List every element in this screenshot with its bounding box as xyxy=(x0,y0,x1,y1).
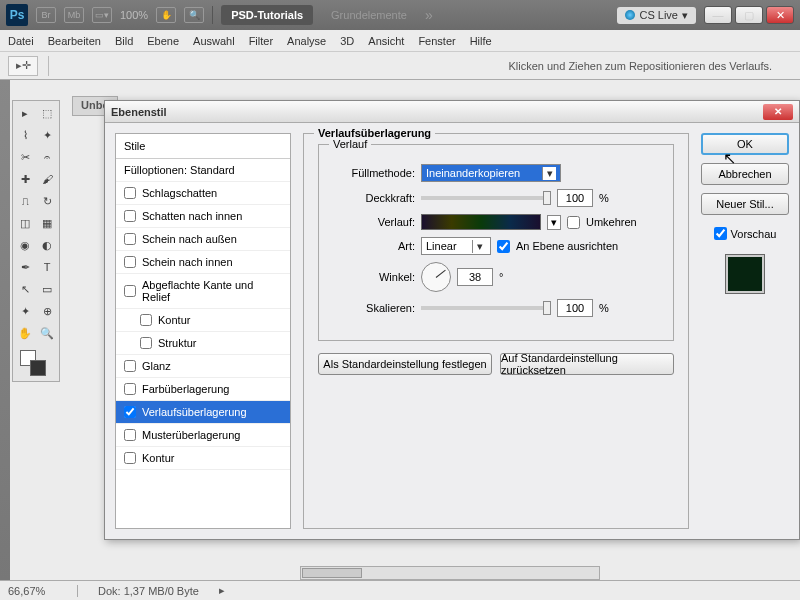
effect-checkbox[interactable] xyxy=(140,314,152,326)
cancel-button[interactable]: Abbrechen xyxy=(701,163,789,185)
wand-tool[interactable]: ✦ xyxy=(37,125,57,145)
horizontal-scrollbar[interactable] xyxy=(300,566,600,580)
zoom-icon[interactable]: 🔍 xyxy=(184,7,204,23)
healing-tool[interactable]: ✚ xyxy=(15,169,35,189)
effect-checkbox[interactable] xyxy=(124,187,136,199)
hand-tool[interactable]: ✋ xyxy=(15,323,35,343)
effect-checkbox[interactable] xyxy=(124,383,136,395)
workspace-active[interactable]: PSD-Tutorials xyxy=(221,5,313,25)
effect-checkbox[interactable] xyxy=(124,285,136,297)
fill-options[interactable]: Fülloptionen: Standard xyxy=(116,159,290,182)
gradient-tool[interactable]: ▦ xyxy=(37,213,57,233)
effect-schlagschatten[interactable]: Schlagschatten xyxy=(116,182,290,205)
move-tool-icon[interactable]: ▸✛ xyxy=(8,56,38,76)
style-dropdown[interactable]: Linear▾ xyxy=(421,237,491,255)
align-checkbox[interactable] xyxy=(497,240,510,253)
zoom-tool[interactable]: 🔍 xyxy=(37,323,57,343)
opacity-slider[interactable] xyxy=(421,196,551,200)
effect-checkbox[interactable] xyxy=(124,429,136,441)
style-list-header[interactable]: Stile xyxy=(116,134,290,159)
effect-kontur[interactable]: Kontur xyxy=(116,309,290,332)
effect-checkbox[interactable] xyxy=(124,256,136,268)
marquee-tool[interactable]: ⬚ xyxy=(37,103,57,123)
gradient-dropdown-icon[interactable]: ▾ xyxy=(547,215,561,230)
effect-checkbox[interactable] xyxy=(124,360,136,372)
dodge-tool[interactable]: ◐ xyxy=(37,235,57,255)
menu-auswahl[interactable]: Auswahl xyxy=(193,35,235,47)
pen-tool[interactable]: ✒ xyxy=(15,257,35,277)
color-swatches[interactable] xyxy=(15,345,35,379)
screen-mode-icon[interactable]: ▭▾ xyxy=(92,7,112,23)
close-button[interactable]: ✕ xyxy=(766,6,794,24)
menu-ebene[interactable]: Ebene xyxy=(147,35,179,47)
effect-checkbox[interactable] xyxy=(124,210,136,222)
effect-verlaufs-berlagerung[interactable]: Verlaufsüberlagerung xyxy=(116,401,290,424)
effect-muster-berlagerung[interactable]: Musterüberlagerung xyxy=(116,424,290,447)
effect-checkbox[interactable] xyxy=(124,452,136,464)
blend-mode-dropdown[interactable]: Ineinanderkopieren▾ xyxy=(421,164,561,182)
preview-checkbox[interactable] xyxy=(714,227,727,240)
effect-checkbox[interactable] xyxy=(140,337,152,349)
menu-bild[interactable]: Bild xyxy=(115,35,133,47)
status-zoom[interactable]: 66,67% xyxy=(8,585,78,597)
ok-button[interactable]: OK xyxy=(701,133,789,155)
effect-abgeflachte-kante-und-relief[interactable]: Abgeflachte Kante und Relief xyxy=(116,274,290,309)
crop-tool[interactable]: ✂ xyxy=(15,147,35,167)
status-doc-info[interactable]: Dok: 1,37 MB/0 Byte xyxy=(98,585,199,597)
eraser-tool[interactable]: ◫ xyxy=(15,213,35,233)
shape-tool[interactable]: ▭ xyxy=(37,279,57,299)
maximize-button[interactable]: ▢ xyxy=(735,6,763,24)
path-tool[interactable]: ↖ xyxy=(15,279,35,299)
gradient-preview[interactable] xyxy=(421,214,541,230)
menu-ansicht[interactable]: Ansicht xyxy=(368,35,404,47)
lasso-tool[interactable]: ⌇ xyxy=(15,125,35,145)
status-bar: 66,67% Dok: 1,37 MB/0 Byte ▸ xyxy=(0,580,800,600)
minimize-button[interactable]: — xyxy=(704,6,732,24)
menu-3d[interactable]: 3D xyxy=(340,35,354,47)
workspace-more-icon[interactable]: » xyxy=(425,7,433,23)
hand-icon[interactable]: ✋ xyxy=(156,7,176,23)
status-arrow-icon[interactable]: ▸ xyxy=(219,584,225,597)
menu-bearbeiten[interactable]: Bearbeiten xyxy=(48,35,101,47)
3d-camera-tool[interactable]: ⊕ xyxy=(37,301,57,321)
effect-schein-nach-innen[interactable]: Schein nach innen xyxy=(116,251,290,274)
workspace-other[interactable]: Grundelemente xyxy=(321,5,417,25)
effect-glanz[interactable]: Glanz xyxy=(116,355,290,378)
opacity-input[interactable] xyxy=(557,189,593,207)
effect-farb-berlagerung[interactable]: Farbüberlagerung xyxy=(116,378,290,401)
effect-checkbox[interactable] xyxy=(124,233,136,245)
zoom-level[interactable]: 100% xyxy=(120,9,148,21)
3d-tool[interactable]: ✦ xyxy=(15,301,35,321)
reverse-checkbox[interactable] xyxy=(567,216,580,229)
menu-analyse[interactable]: Analyse xyxy=(287,35,326,47)
move-tool[interactable]: ▸ xyxy=(15,103,35,123)
type-tool[interactable]: T xyxy=(37,257,57,277)
minibridge-icon[interactable]: Mb xyxy=(64,7,84,23)
bridge-icon[interactable]: Br xyxy=(36,7,56,23)
new-style-button[interactable]: Neuer Stil... xyxy=(701,193,789,215)
dialog-titlebar[interactable]: Ebenenstil ✕ xyxy=(105,101,799,123)
reset-default-button[interactable]: Auf Standardeinstellung zurücksetzen xyxy=(500,353,674,375)
brush-tool[interactable]: 🖌 xyxy=(37,169,57,189)
angle-dial[interactable] xyxy=(421,262,451,292)
cslive-button[interactable]: CS Live ▾ xyxy=(617,7,696,24)
dialog-close-button[interactable]: ✕ xyxy=(763,104,793,120)
set-default-button[interactable]: Als Standardeinstellung festlegen xyxy=(318,353,492,375)
effect-schein-nach-au-en[interactable]: Schein nach außen xyxy=(116,228,290,251)
effect-struktur[interactable]: Struktur xyxy=(116,332,290,355)
history-brush-tool[interactable]: ↻ xyxy=(37,191,57,211)
effect-kontur[interactable]: Kontur xyxy=(116,447,290,470)
scale-input[interactable] xyxy=(557,299,593,317)
scale-slider[interactable] xyxy=(421,306,551,310)
menu-datei[interactable]: Datei xyxy=(8,35,34,47)
menu-filter[interactable]: Filter xyxy=(249,35,273,47)
menu-hilfe[interactable]: Hilfe xyxy=(470,35,492,47)
eyedropper-tool[interactable]: 𝄐 xyxy=(37,147,57,167)
menu-fenster[interactable]: Fenster xyxy=(418,35,455,47)
chevron-down-icon: ▾ xyxy=(472,240,486,253)
stamp-tool[interactable]: ⎍ xyxy=(15,191,35,211)
angle-input[interactable] xyxy=(457,268,493,286)
blur-tool[interactable]: ◉ xyxy=(15,235,35,255)
effect-schatten-nach-innen[interactable]: Schatten nach innen xyxy=(116,205,290,228)
effect-checkbox[interactable] xyxy=(124,406,136,418)
